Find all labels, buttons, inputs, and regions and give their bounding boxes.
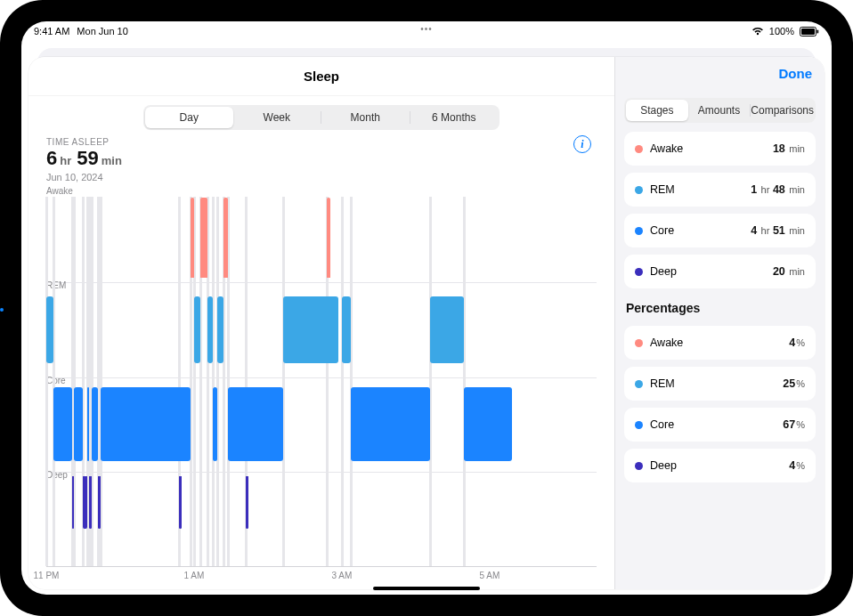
info-icon[interactable]: i (573, 135, 591, 153)
stage-name: Awake (650, 142, 683, 155)
stage-dot-icon (635, 462, 643, 470)
stage-dot-icon (635, 339, 643, 347)
stage-name: Deep (650, 459, 677, 472)
svg-rect-2 (817, 29, 819, 33)
status-date: Mon Jun 10 (77, 26, 127, 36)
stage-percentage-list: Awake4%REM25%Core67%Deep4% (624, 326, 816, 482)
stage-name: Core (650, 418, 674, 431)
status-time: 9:41 AM (34, 26, 69, 36)
stage-duration-value: 1 hr 48 min (751, 183, 805, 196)
sleep-segment-deep[interactable] (179, 476, 181, 528)
y-lane-label: REM (46, 280, 66, 290)
summary-hours: 6 (46, 147, 57, 170)
page-title: Sleep (28, 57, 614, 96)
range-tab-day[interactable]: Day (145, 107, 233, 128)
summary-hours-unit: hr (60, 154, 71, 167)
sleep-segment-deep[interactable] (89, 476, 92, 528)
sleep-segment-rem[interactable] (207, 296, 213, 362)
sleep-segment-awake[interactable] (223, 198, 228, 278)
range-tab-month[interactable]: Month (321, 107, 410, 128)
range-tab-week[interactable]: Week (233, 107, 321, 128)
time-range-segmented[interactable]: DayWeekMonth6 Months (143, 105, 500, 130)
x-tick-label: 3 AM (331, 571, 352, 580)
gridline (46, 472, 597, 473)
summary-value: 6 hr 59 min (46, 147, 597, 170)
range-tab-6-months[interactable]: 6 Months (410, 107, 499, 128)
sleep-segment-core[interactable] (351, 387, 431, 461)
status-battery-pct: 100% (769, 26, 794, 36)
sleep-segment-core[interactable] (92, 387, 98, 461)
stage-pct-deep[interactable]: Deep4% (624, 449, 816, 482)
stage-dot-icon (635, 268, 643, 276)
stage-connector (212, 197, 215, 566)
svg-rect-1 (801, 28, 815, 35)
summary-mins-unit: min (102, 154, 122, 167)
stage-pct-rem[interactable]: REM25% (624, 367, 816, 401)
gridline (46, 377, 597, 378)
stage-duration-list: Awake18 minREM1 hr 48 minCore4 hr 51 min… (624, 132, 816, 288)
home-indicator[interactable] (373, 587, 480, 590)
stage-pct-core[interactable]: Core67% (624, 408, 816, 442)
gridline (46, 566, 597, 567)
sidebar-tab-comparisons[interactable]: Comparisons (751, 100, 814, 121)
sleep-segment-core[interactable] (87, 387, 89, 461)
percentages-title: Percentages (626, 301, 814, 315)
stage-dot-icon (635, 145, 643, 153)
sleep-segment-core[interactable] (53, 387, 72, 461)
sleep-segment-core[interactable] (464, 387, 512, 461)
stage-dot-icon (635, 380, 643, 388)
sleep-detail-sheet: Sleep DayWeekMonth6 Months TIME ASLEEP 6… (28, 57, 825, 589)
sleep-segment-rem[interactable] (194, 296, 200, 362)
sleep-segment-rem[interactable] (46, 296, 53, 362)
gridline (46, 282, 597, 283)
sleep-segment-awake[interactable] (200, 198, 207, 278)
stage-name: Core (650, 224, 674, 237)
stage-pct-awake[interactable]: Awake4% (624, 326, 816, 360)
sidebar-segmented[interactable]: StagesAmountsComparisons (624, 98, 816, 123)
stage-duration-rem[interactable]: REM1 hr 48 min (624, 173, 816, 207)
stage-pct-value: 25% (783, 377, 805, 390)
summary-label: TIME ASLEEP (46, 137, 597, 147)
main-panel: Sleep DayWeekMonth6 Months TIME ASLEEP 6… (28, 57, 614, 589)
sleep-segment-core[interactable] (213, 387, 218, 461)
stage-duration-awake[interactable]: Awake18 min (624, 132, 816, 166)
stage-connector (463, 197, 466, 566)
multitask-dots[interactable]: ••• (420, 24, 433, 34)
sleep-segment-rem[interactable] (430, 296, 463, 362)
sleep-segment-deep[interactable] (98, 476, 100, 528)
done-button[interactable]: Done (779, 66, 813, 81)
sleep-segment-awake[interactable] (327, 198, 330, 278)
sidebar: Done StagesAmountsComparisons Awake18 mi… (614, 57, 825, 589)
stage-duration-deep[interactable]: Deep20 min (624, 255, 816, 288)
sleep-segment-deep[interactable] (246, 476, 248, 528)
sleep-segment-core[interactable] (228, 387, 282, 461)
sidebar-tab-stages[interactable]: Stages (626, 100, 688, 121)
sleep-segment-core[interactable] (74, 387, 84, 461)
stage-pct-value: 4% (789, 336, 805, 349)
stage-dot-icon (635, 421, 643, 429)
sleep-segment-deep[interactable] (72, 476, 74, 528)
sleep-segment-awake[interactable] (191, 198, 194, 278)
sleep-segment-core[interactable] (101, 387, 191, 461)
stage-connector (216, 197, 219, 566)
sleep-stage-chart[interactable]: AwakeREMCoreDeep11 PM1 AM3 AM5 AM (46, 188, 597, 580)
sleep-segment-deep[interactable] (83, 476, 86, 528)
stage-duration-value: 20 min (773, 265, 805, 278)
stage-duration-core[interactable]: Core4 hr 51 min (624, 214, 816, 247)
stage-name: REM (650, 377, 675, 390)
y-lane-label: Awake (46, 186, 73, 196)
x-tick-label: 5 AM (479, 571, 500, 580)
sleep-segment-rem[interactable] (283, 296, 338, 362)
stage-name: REM (650, 183, 675, 196)
stage-connector (53, 197, 55, 566)
side-indicator (0, 308, 4, 312)
stage-pct-value: 67% (783, 418, 805, 431)
stage-connector (350, 197, 353, 566)
sleep-segment-rem[interactable] (342, 296, 351, 362)
summary-date: Jun 10, 2024 (46, 172, 597, 182)
x-tick-label: 1 AM (184, 571, 205, 580)
y-lane-label: Deep (46, 470, 68, 480)
sleep-segment-rem[interactable] (217, 296, 223, 362)
stage-name: Deep (650, 265, 677, 278)
sidebar-tab-amounts[interactable]: Amounts (688, 100, 751, 121)
